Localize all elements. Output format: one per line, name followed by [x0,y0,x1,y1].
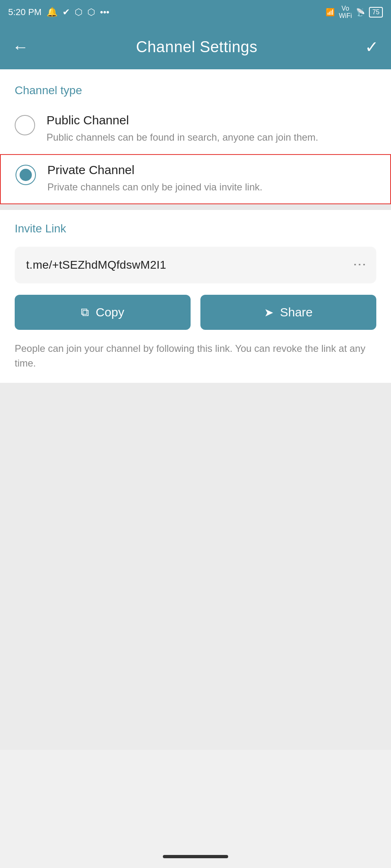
action-buttons-row: ⧉ Copy ➤ Share [15,295,376,330]
bottom-nav-indicator [163,855,228,858]
content-area: Channel type Public Channel Public chann… [0,69,391,383]
check-icon: ✔ [62,7,70,18]
private-channel-desc: Private channels can only be joined via … [47,180,262,194]
section-separator [0,204,391,210]
invite-link-section: Invite Link t.me/+tSEZhdMQfdswM2I1 ⋮ ⧉ C… [0,210,391,383]
alarm-icon: 🔔 [47,7,58,18]
invite-link-value: t.me/+tSEZhdMQfdswM2I1 [26,258,167,272]
public-channel-desc: Public channels can be found in search, … [47,130,318,144]
share-button-label: Share [280,305,313,319]
private-radio-button[interactable] [16,165,36,185]
public-channel-text: Public Channel Public channels can be fo… [47,113,318,144]
public-channel-title: Public Channel [47,113,318,127]
battery-indicator: 75 [369,7,383,18]
channel-type-label: Channel type [0,69,391,105]
status-time: 5:20 PM [8,7,42,18]
share-button[interactable]: ➤ Share [200,295,376,330]
signal-icon: 📶 [326,8,335,17]
public-channel-option[interactable]: Public Channel Public channels can be fo… [0,105,391,154]
wifi-icon: 📡 [356,8,365,17]
status-bar: 5:20 PM 🔔 ✔ ⬡ ⬡ ••• 📶 VoWiFi 📡 75 [0,0,391,24]
share-icon: ➤ [264,306,273,319]
back-button[interactable]: ← [12,38,29,56]
copy-icon: ⧉ [81,306,89,319]
more-icon: ••• [100,7,109,18]
cloud-icon: ⬡ [75,7,82,18]
vowifi-label: VoWiFi [339,5,352,19]
public-radio-button[interactable] [15,115,35,135]
status-left: 5:20 PM 🔔 ✔ ⬡ ⬡ ••• [8,7,109,18]
channel-type-section: Channel type Public Channel Public chann… [0,69,391,204]
invite-link-label: Invite Link [15,222,376,235]
confirm-button[interactable]: ✓ [365,38,379,56]
copy-button[interactable]: ⧉ Copy [15,295,191,330]
page-title: Channel Settings [136,38,257,56]
invite-link-note: People can join your channel by followin… [15,341,376,371]
private-channel-text: Private Channel Private channels can onl… [47,163,262,194]
gray-background-area [0,383,391,750]
app-bar: ← Channel Settings ✓ [0,24,391,69]
cloud2-icon: ⬡ [87,7,95,18]
link-more-button[interactable]: ⋮ [355,258,365,272]
invite-link-box: t.me/+tSEZhdMQfdswM2I1 ⋮ [15,247,376,283]
private-channel-option[interactable]: Private Channel Private channels can onl… [0,154,391,205]
status-right: 📶 VoWiFi 📡 75 [326,5,383,19]
copy-button-label: Copy [96,305,124,319]
private-channel-title: Private Channel [47,163,262,177]
